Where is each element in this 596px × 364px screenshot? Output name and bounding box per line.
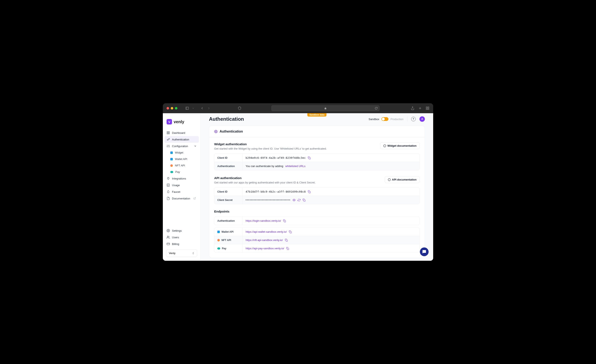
share-icon[interactable] [411,106,414,110]
endpoint-auth-url[interactable]: https://login-sandbox.venly.io/ [246,219,281,222]
sidebar-item-widget[interactable]: Widget [164,149,199,156]
endpoint-pay-url[interactable]: https://api-pay-sandbox.venly.io/ [246,247,284,250]
endpoint-wallet-url[interactable]: https://api-wallet-sandbox.venly.io/ [246,230,287,233]
env-production-label: Production [391,118,403,121]
help-button[interactable]: ? [411,117,416,121]
toggle-switch[interactable] [381,117,388,121]
api-client-secret: ••••••••••••••••••••••••••••••••• [246,198,291,202]
sidebar-item-wallet-api[interactable]: Wallet API [164,156,199,162]
sidebar-item-label: Documentation [172,197,190,200]
sidebar-item-label: Authentication [172,138,189,141]
widget-documentation-button[interactable]: Widget documentation [380,142,420,149]
eye-icon[interactable] [293,199,296,202]
sidebar-item-dashboard[interactable]: Dashboard [164,130,199,136]
sidebar-item-label: NFT API [175,164,185,167]
org-switcher[interactable]: Venly [166,249,197,257]
shield-icon[interactable] [238,106,241,110]
main-content: Sandbox data Authentication Sandbox Prod… [201,113,433,261]
endpoint-wallet-label: Wallet API [222,230,233,233]
svg-rect-30 [167,243,170,245]
sidebar-item-settings[interactable]: Settings [164,227,199,234]
api-auth-title: API authentication [214,176,315,180]
chevron-down-icon[interactable] [192,107,194,109]
sidebar-item-users[interactable]: Users [164,234,199,240]
wallet-icon [170,158,173,160]
svg-rect-43 [284,220,286,222]
sidebar-item-label: Usage [172,184,180,187]
copy-icon[interactable] [286,247,289,250]
doc-btn-label: Widget documentation [387,144,417,147]
endpoint-pay-label: Pay [222,247,226,250]
sidebar-item-integrations[interactable]: Integrations [164,175,199,182]
updown-icon [192,252,194,255]
refresh-icon[interactable] [298,199,300,202]
divider [407,116,407,122]
sliders-icon [167,144,170,148]
sidebar-item-authentication[interactable]: Authentication [164,136,199,143]
url-bar[interactable] [271,105,380,111]
avatar[interactable]: A [419,116,425,122]
sidebar-item-usage[interactable]: Usage [164,182,199,189]
new-tab-icon[interactable] [418,106,422,110]
chart-icon [167,183,170,187]
sidebar-toggle-icon[interactable] [185,106,189,110]
gear-icon [214,130,217,133]
copy-icon[interactable] [308,190,311,193]
copy-icon[interactable] [285,239,288,242]
svg-rect-0 [186,107,189,109]
copy-icon[interactable] [303,199,305,202]
sidebar-item-pay[interactable]: Pay [164,169,199,175]
endpoints-title: Endpoints [214,210,420,213]
info-icon [388,178,391,181]
sidebar-item-faucet[interactable]: Faucet [164,189,199,195]
reload-icon[interactable] [375,107,378,110]
forward-icon[interactable] [207,106,211,110]
sidebar-item-documentation[interactable]: Documentation [164,195,199,202]
back-icon[interactable] [200,106,204,110]
brand-logo[interactable]: V venly [163,116,201,130]
sidebar-item-label: Pay [175,170,180,174]
grid-icon [167,131,170,134]
sidebar-item-label: Wallet API [175,158,187,160]
maximize-window-dot[interactable] [175,107,177,109]
environment-toggle[interactable]: Sandbox Production [369,117,403,121]
key-icon [167,138,170,141]
sidebar-item-label: Users [172,236,179,239]
card-title: Authentication [220,130,243,133]
whitelisted-urls-link[interactable]: whitelisted URLs [285,165,305,168]
sidebar-item-nft-api[interactable]: NFT API [164,162,199,169]
auth-text-prefix: You can authenticate by adding [246,165,283,168]
sidebar-item-configuration[interactable]: Configuration [164,143,199,149]
endpoint-nft-url[interactable]: https://nft-api-sandbox.venly.io/ [246,239,283,242]
pay-icon [170,171,173,173]
api-client-id: 47b18d7f-b8c9-4b2c-a3ff-8691699c08c8 [246,190,306,193]
svg-rect-11 [167,133,168,134]
close-window-dot[interactable] [167,107,169,109]
client-id-label: Client ID [214,188,243,196]
chat-launcher[interactable] [420,248,429,256]
tab-overview-icon[interactable] [426,106,429,110]
chevron-down-icon [194,145,197,147]
sidebar-item-billing[interactable]: Billing [164,240,199,247]
sidebar-item-label: Dashboard [172,131,185,134]
copy-icon[interactable] [283,219,286,222]
pay-icon [217,248,220,249]
api-documentation-button[interactable]: API documentation [385,176,420,183]
svg-rect-45 [286,240,288,241]
sidebar-item-label: Faucet [172,190,180,193]
page-title: Authentication [209,116,244,122]
lock-icon [324,107,327,109]
browser-titlebar [163,103,433,113]
brand-name: venly [174,119,184,124]
endpoint-auth-label: Authentication [214,217,243,225]
external-link-icon [194,197,196,200]
copy-icon[interactable] [289,230,292,233]
users-icon [167,236,170,239]
nft-icon [170,164,173,167]
copy-icon[interactable] [308,156,311,159]
authentication-card: Authentication Widget authentication Get… [209,126,425,258]
authentication-label: Authentication [214,162,243,170]
plug-icon [167,177,170,180]
svg-point-29 [167,236,168,237]
minimize-window-dot[interactable] [171,107,173,109]
